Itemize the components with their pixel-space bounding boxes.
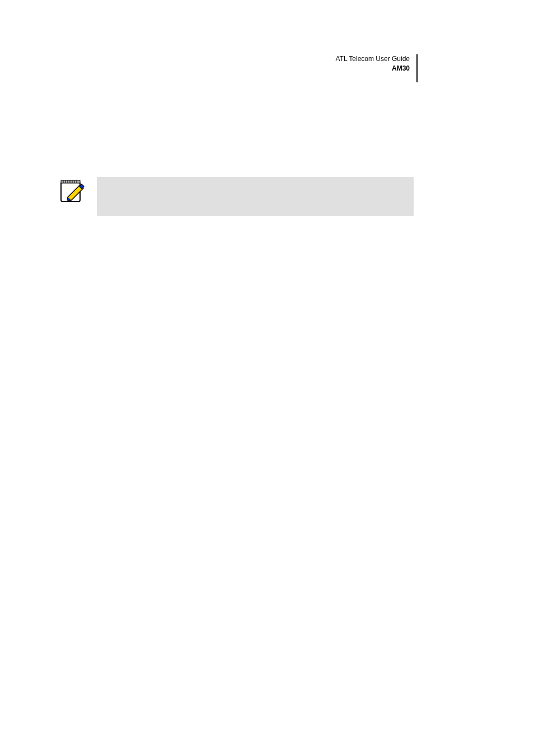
note-highlight-box — [97, 177, 414, 216]
svg-rect-1 — [61, 180, 80, 183]
page-container: ATL Telecom User Guide AM30 — [0, 0, 534, 756]
header-right-block: ATL Telecom User Guide AM30 — [336, 54, 418, 82]
header-model: AM30 — [336, 64, 410, 73]
notepad-pencil-icon — [59, 178, 85, 204]
header-guide-title: ATL Telecom User Guide — [336, 54, 410, 64]
note-icon — [59, 178, 85, 204]
